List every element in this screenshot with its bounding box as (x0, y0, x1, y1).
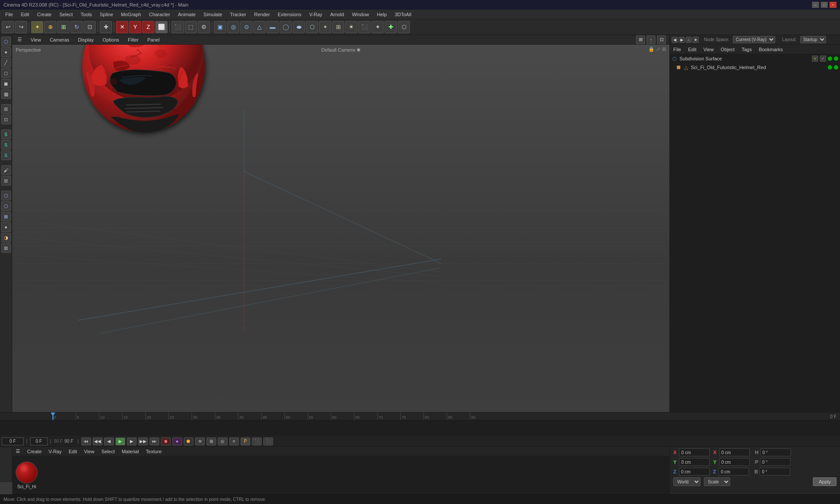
obj-menu-view[interactable]: View (702, 46, 716, 53)
vp-menu-hamburger[interactable]: ☰ (16, 36, 24, 43)
mat-menu-edit[interactable]: Edit (67, 448, 79, 455)
obj-menu-tags[interactable]: Tags (740, 46, 753, 53)
floor-button[interactable]: ⬛ (358, 21, 371, 33)
viewport-fullscreen-icon[interactable]: ⊞ (662, 46, 666, 52)
current-frame-input[interactable] (2, 438, 24, 445)
light-button[interactable]: ☀ (345, 21, 357, 33)
viewport-icon-2[interactable]: ↑ (647, 35, 655, 44)
vp-menu-display[interactable]: Display (76, 36, 95, 43)
powertracks-button[interactable]: P (241, 438, 250, 445)
viewport-lock-icon[interactable]: 🔒 (648, 46, 654, 52)
mat-menu-view[interactable]: View (82, 448, 96, 455)
redo-button[interactable]: ↪ (15, 21, 27, 33)
menu-arnold[interactable]: Arnold (327, 11, 348, 18)
spline-s3-button[interactable]: S (1, 150, 11, 160)
new-object-button[interactable]: ✚ (100, 21, 112, 33)
tool6-button[interactable]: ⊠ (1, 243, 11, 253)
coord-mode-select[interactable]: World Object Screen (673, 477, 700, 486)
timeline-extra-1[interactable]: ⬛ (252, 438, 262, 445)
mat-menu-create[interactable]: Create (25, 448, 43, 455)
capsule-button[interactable]: ⬬ (293, 21, 305, 33)
paint-button[interactable]: 🖌 (1, 165, 11, 175)
fracture-button[interactable]: ⬡ (306, 21, 318, 33)
motion-button[interactable]: ≋ (195, 438, 205, 445)
vp-menu-cameras[interactable]: Cameras (48, 36, 71, 43)
mat-menu-texture[interactable]: Texture (144, 448, 163, 455)
p-input[interactable] (760, 458, 791, 466)
object-mode-y[interactable]: Y (129, 21, 141, 33)
spline-s-button[interactable]: S (1, 130, 11, 139)
object-mode-z[interactable]: Z (142, 21, 154, 33)
menu-3dtoall[interactable]: 3DToAll (391, 11, 415, 18)
viewport-expand-icon[interactable]: ⤢ (656, 46, 660, 52)
model-mode-button[interactable]: ⬡ (1, 37, 11, 46)
weight-button[interactable]: ⊞ (1, 176, 11, 186)
next-key-button[interactable]: ▶ (127, 438, 136, 445)
menu-help[interactable]: Help (374, 11, 391, 18)
object-mode-x[interactable]: ✕ (116, 21, 128, 33)
cube-button[interactable]: ▣ (214, 21, 226, 33)
goto-start-button[interactable]: ⏮ (81, 438, 91, 445)
plane-button[interactable]: ▬ (266, 21, 279, 33)
helmet-visible-dot[interactable] (828, 65, 832, 70)
autokey-button[interactable]: ● (172, 438, 182, 445)
null-button[interactable]: ✚ (385, 21, 397, 33)
menu-character[interactable]: Character (145, 11, 173, 18)
z-rot-input[interactable] (718, 468, 749, 476)
obj-vray-tag-icon[interactable]: V (812, 56, 818, 62)
close-button[interactable]: × (830, 2, 836, 8)
menu-select[interactable]: Select (56, 11, 77, 18)
menu-simulate[interactable]: Simulate (200, 11, 226, 18)
apply-button[interactable]: Apply (813, 477, 836, 486)
next-frame-button[interactable]: ▶▶ (138, 438, 148, 445)
cylinder-button[interactable]: ⊙ (240, 21, 252, 33)
z-pos-input[interactable] (679, 468, 710, 476)
render-button[interactable]: ⬛ (172, 21, 184, 33)
node-space-select[interactable]: Current (V-Ray) (733, 36, 775, 43)
y-pos-input[interactable] (679, 458, 710, 466)
material-item-scifi[interactable]: Sci_Fi_Hi (16, 462, 38, 489)
scale-tool-button[interactable]: ⊞ (57, 21, 70, 33)
spline-s2-button[interactable]: S (1, 140, 11, 150)
vp-menu-filter[interactable]: Filter (126, 36, 140, 43)
obj-visible-dot[interactable] (828, 56, 832, 61)
rp-back-icon[interactable]: ◀ (672, 37, 678, 43)
viewport-icon-3[interactable]: ⊡ (657, 35, 666, 44)
render-region-button[interactable]: ⬚ (185, 21, 197, 33)
x-pos-input[interactable] (679, 448, 710, 456)
mat-menu-hamburger[interactable]: ☰ (14, 448, 22, 455)
material-thumbnail[interactable] (16, 462, 38, 483)
rotate-tool-button[interactable]: ↻ (70, 21, 83, 33)
minimize-button[interactable]: – (812, 2, 819, 8)
menu-file[interactable]: File (2, 11, 17, 18)
cone-button[interactable]: △ (253, 21, 266, 33)
effector-button[interactable]: ✦ (319, 21, 331, 33)
prev-key-button[interactable]: ◀ (104, 438, 114, 445)
record-button[interactable]: ⏺ (161, 438, 171, 445)
tool1-button[interactable]: ⬡ (1, 191, 11, 200)
transform-mode-select[interactable]: Scale Move Rotate (704, 477, 730, 486)
play-button[interactable]: ▶ (116, 438, 125, 445)
mat-menu-select[interactable]: Select (100, 448, 117, 455)
menu-animate[interactable]: Animate (175, 11, 199, 18)
torus-button[interactable]: ◯ (280, 21, 292, 33)
bone-button[interactable]: ✦ (371, 21, 384, 33)
maximize-button[interactable]: □ (821, 2, 828, 8)
obj-row-subdivision[interactable]: ⬡ Subdivision Surface V ✓ (670, 54, 840, 63)
obj-row-helmet[interactable]: △ Sci_Fi_Old_Futuristic_Helmet_Red (670, 63, 840, 72)
object-mode-box[interactable]: ⬜ (155, 21, 168, 33)
cam-button[interactable]: ⊞ (332, 21, 344, 33)
snap-button[interactable]: ⊡ (1, 115, 11, 124)
prev-frame-button[interactable]: ◀◀ (93, 438, 102, 445)
goto-end-button[interactable]: ⏭ (150, 438, 159, 445)
menu-create[interactable]: Create (34, 11, 55, 18)
menu-mograph[interactable]: MoGraph (118, 11, 145, 18)
motion2-button[interactable]: ⊞ (206, 438, 216, 445)
render-settings-button[interactable]: ⚙ (198, 21, 210, 33)
mat-menu-material[interactable]: Material (120, 448, 140, 455)
vp-menu-view[interactable]: View (29, 36, 43, 43)
layer-button[interactable]: ≡ (229, 438, 239, 445)
menu-tools[interactable]: Tools (77, 11, 95, 18)
move-tool-button[interactable]: ⊕ (44, 21, 56, 33)
timeline-track[interactable] (0, 420, 840, 436)
